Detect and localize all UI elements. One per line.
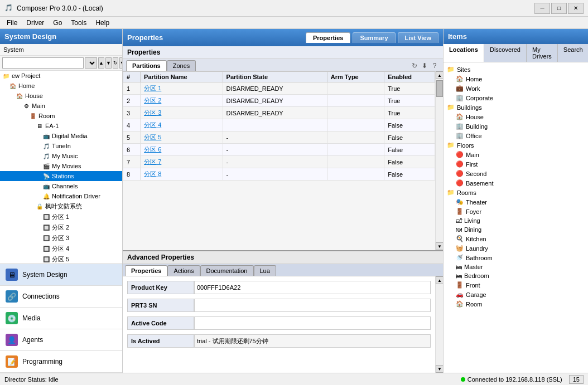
advanced-scrollbar[interactable]: ▲ ▼: [435, 276, 443, 373]
tab-list-view[interactable]: List View: [398, 32, 438, 43]
tree-item-main[interactable]: ⚙ Main: [0, 101, 122, 111]
item-bedroom[interactable]: 🛏 Bedroom: [444, 271, 588, 280]
tree-item-zone1[interactable]: 🔲 分区 1: [0, 212, 122, 222]
tree-item-security[interactable]: 🔒 枫叶安防系统: [0, 201, 122, 212]
nav-media[interactable]: 💿 Media: [0, 308, 122, 329]
tree-search-input[interactable]: [2, 57, 84, 69]
scroll-up[interactable]: ▲: [436, 71, 443, 79]
tree-dropdown[interactable]: [85, 57, 97, 69]
table-row[interactable]: 5 分区 5 - False: [123, 131, 435, 144]
subtab-zones[interactable]: Zones: [167, 60, 196, 71]
items-tab-search[interactable]: Search: [558, 44, 588, 62]
menu-file[interactable]: File: [2, 18, 22, 28]
item-theater[interactable]: 🎭 Theater: [444, 197, 588, 207]
item-laundry[interactable]: 🧺 Laundry: [444, 243, 588, 253]
item-foyer[interactable]: 🚪 Foyer: [444, 207, 588, 216]
nav-system-design[interactable]: 🖥 System Design: [0, 264, 122, 286]
minimize-button[interactable]: ─: [534, 3, 550, 14]
scroll-thumb[interactable]: [436, 80, 443, 97]
active-code-input[interactable]: [194, 316, 431, 330]
reload-icon[interactable]: ↻: [409, 61, 420, 71]
nav-programming[interactable]: 📝 Programming: [0, 351, 122, 373]
subtab-partitions[interactable]: Partitions: [126, 60, 167, 71]
advanced-tab-actions[interactable]: Actions: [167, 265, 200, 276]
tree-item-zone2[interactable]: 🔲 分区 2: [0, 222, 122, 233]
nav-agents[interactable]: 👤 Agents: [0, 329, 122, 351]
item-front[interactable]: 🚪 Front: [444, 280, 588, 290]
table-row[interactable]: 7 分区 7 - False: [123, 156, 435, 168]
tree-item-mymovies[interactable]: 🎬 My Movies: [0, 161, 122, 171]
tree-item-room[interactable]: 🚪 Room: [0, 111, 122, 121]
item-bathroom[interactable]: 🚿 Bathroom: [444, 253, 588, 262]
items-tree[interactable]: 📁 Sites 🏠 Home 💼 Work 🏢 Corporate �: [444, 62, 588, 373]
section-floors[interactable]: 📁 Floors: [444, 140, 588, 150]
tree-item-ea1[interactable]: 🖥 EA-1: [0, 121, 122, 131]
item-main-floor[interactable]: 🔴 Main: [444, 150, 588, 159]
item-building[interactable]: 🏢 Building: [444, 121, 588, 131]
nav-connections[interactable]: 🔗 Connections: [0, 286, 122, 308]
table-row[interactable]: 2 分区 2 DISARMED_READY True: [123, 95, 435, 107]
table-row[interactable]: 1 分区 1 DISARMED_READY True: [123, 82, 435, 95]
table-row[interactable]: 4 分区 4 False: [123, 119, 435, 131]
tree-item-notification[interactable]: 🔔 Notification Driver: [0, 191, 122, 201]
tree-refresh-button[interactable]: ↻: [113, 57, 118, 69]
tree-item-zone5[interactable]: 🔲 分区 5: [0, 254, 122, 264]
tree-item-channels[interactable]: 📺 Channels: [0, 181, 122, 191]
item-kitchen[interactable]: 🍳 Kitchen: [444, 234, 588, 243]
prt3-sn-input[interactable]: [194, 299, 431, 312]
item-office[interactable]: 🏢 Office: [444, 131, 588, 140]
table-row[interactable]: 6 分区 6 - False: [123, 144, 435, 156]
items-tab-locations[interactable]: Locations: [444, 44, 484, 62]
item-dining[interactable]: 🍽 Dining: [444, 225, 588, 234]
adv-scroll-down[interactable]: ▼: [436, 365, 443, 373]
item-garage[interactable]: 🚗 Garage: [444, 290, 588, 299]
table-scrollbar[interactable]: ▲ ▼: [435, 71, 443, 250]
section-buildings[interactable]: 📁 Buildings: [444, 103, 588, 112]
tree-item-zone3[interactable]: 🔲 分区 3: [0, 233, 122, 243]
item-living[interactable]: 🛋 Living: [444, 216, 588, 225]
items-tab-my-drivers[interactable]: My Drivers: [527, 44, 558, 62]
item-master[interactable]: 🛏 Master: [444, 262, 588, 271]
section-sites[interactable]: 📁 Sites: [444, 65, 588, 74]
adv-scroll-up[interactable]: ▲: [436, 276, 443, 284]
tree-item-home[interactable]: 🏠 Home: [0, 81, 122, 91]
advanced-tab-properties[interactable]: Properties: [125, 265, 167, 276]
item-house[interactable]: 🏠 House: [444, 112, 588, 121]
item-home[interactable]: 🏠 Home: [444, 74, 588, 84]
item-first-floor[interactable]: 🔴 First: [444, 159, 588, 169]
item-basement[interactable]: 🔴 Basement: [444, 178, 588, 188]
tree-item-stations[interactable]: 📡 Stations: [0, 171, 122, 181]
tree-item-house[interactable]: 🏠 House: [0, 91, 122, 101]
items-tab-discovered[interactable]: Discovered: [484, 44, 527, 62]
scroll-down[interactable]: ▼: [436, 242, 443, 250]
product-key-input[interactable]: [194, 281, 431, 294]
tree-item-mymusic[interactable]: 🎵 My Music: [0, 151, 122, 161]
menu-driver[interactable]: Driver: [22, 18, 49, 28]
section-rooms[interactable]: 📁 Rooms: [444, 188, 588, 197]
system-tree[interactable]: 📁 ew Project 🏠 Home 🏠 House ⚙ Main: [0, 71, 122, 264]
item-corporate[interactable]: 🏢 Corporate: [444, 93, 588, 103]
tab-properties[interactable]: Properties: [306, 32, 350, 43]
tree-item-digital-media[interactable]: 📺 Digital Media: [0, 131, 122, 141]
table-row[interactable]: 3 分区 3 DISARMED_READY True: [123, 107, 435, 119]
item-second-floor[interactable]: 🔴 Second: [444, 169, 588, 178]
close-button[interactable]: ✕: [568, 3, 584, 14]
menu-go[interactable]: Go: [49, 18, 66, 28]
help-icon[interactable]: ?: [430, 61, 440, 71]
item-room[interactable]: 🏠 Room: [444, 299, 588, 309]
menu-help[interactable]: Help: [91, 18, 114, 28]
maximize-button[interactable]: □: [551, 3, 567, 14]
table-row[interactable]: 8 分区 8 - False: [123, 168, 435, 181]
advanced-tab-documentation[interactable]: Documentation: [200, 265, 254, 276]
advanced-tab-lua[interactable]: Lua: [254, 265, 276, 276]
tree-item-zone4[interactable]: 🔲 分区 4: [0, 243, 122, 254]
item-work[interactable]: 💼 Work: [444, 84, 588, 93]
tab-summary[interactable]: Summary: [353, 32, 395, 43]
tree-up-button[interactable]: ▲: [98, 57, 104, 69]
menu-tools[interactable]: Tools: [66, 18, 91, 28]
download-icon[interactable]: ⬇: [420, 61, 430, 71]
cell-name: 分区 3: [141, 107, 223, 119]
tree-item-project[interactable]: 📁 ew Project: [0, 71, 122, 81]
tree-down-button[interactable]: ▼: [105, 57, 112, 69]
tree-item-tunein[interactable]: 🎵 TuneIn: [0, 141, 122, 151]
